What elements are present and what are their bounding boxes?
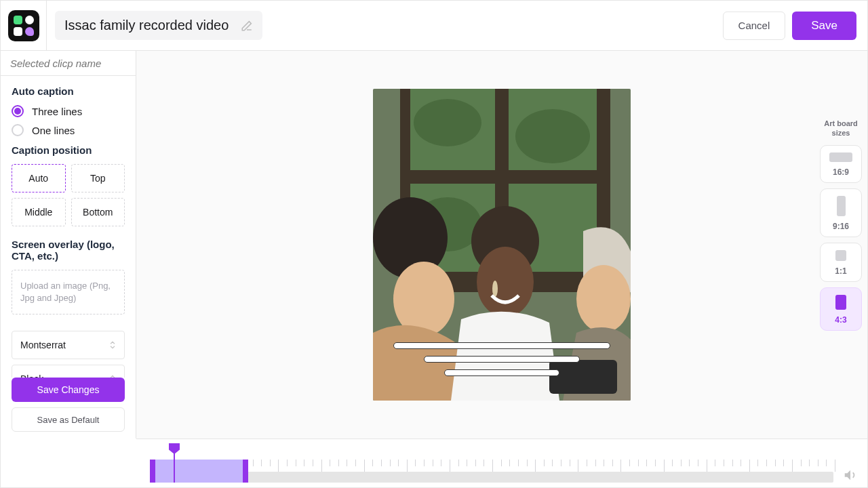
pencil-icon — [241, 20, 253, 32]
canvas-area: Art board sizes 16:9 9:16 1:1 4:3 — [136, 51, 867, 439]
clip-name-input[interactable] — [10, 58, 140, 69]
video-preview[interactable] — [373, 89, 631, 401]
save-default-button[interactable]: Save as Default — [12, 407, 125, 432]
save-changes-button[interactable]: Save Changes — [12, 378, 125, 402]
position-auto[interactable]: Auto — [12, 164, 66, 192]
svg-point-13 — [393, 262, 454, 336]
artboard-sizes: Art board sizes 16:9 9:16 1:1 4:3 — [814, 119, 867, 336]
topbar: Issac family recorded video Cancel Save — [1, 1, 867, 51]
sidebar-header — [1, 51, 136, 76]
artboard-4-3[interactable]: 4:3 — [820, 287, 862, 331]
app-logo[interactable] — [1, 1, 47, 51]
project-title: Issac family recorded video — [64, 18, 229, 33]
position-bottom[interactable]: Bottom — [71, 198, 125, 226]
svg-point-9 — [414, 99, 481, 146]
position-middle[interactable]: Middle — [12, 198, 66, 226]
project-title-field[interactable]: Issac family recorded video — [55, 11, 262, 40]
svg-point-16 — [492, 281, 498, 297]
playhead[interactable] — [169, 443, 180, 481]
clip-handle-left[interactable] — [150, 460, 155, 483]
sidebar: Auto caption Three lines One lines Capti… — [1, 51, 136, 439]
timeline-track[interactable] — [150, 472, 833, 483]
svg-point-17 — [576, 265, 631, 333]
timeline[interactable] — [136, 439, 867, 487]
chevron-up-down-icon — [108, 373, 117, 378]
caption-position-heading: Caption position — [12, 144, 125, 156]
svg-point-15 — [477, 247, 534, 317]
chevron-up-down-icon — [108, 339, 117, 351]
save-button[interactable]: Save — [792, 12, 856, 40]
volume-icon[interactable] — [843, 468, 858, 483]
radio-one-line[interactable]: One lines — [12, 124, 125, 136]
artboard-9-16[interactable]: 9:16 — [820, 188, 862, 237]
position-top[interactable]: Top — [71, 164, 125, 192]
svg-point-10 — [515, 109, 590, 163]
caption-preview — [393, 342, 610, 376]
font-select[interactable]: Montserrat — [12, 331, 125, 359]
clip-handle-right[interactable] — [243, 460, 248, 483]
cancel-button[interactable]: Cancel — [723, 12, 786, 40]
overlay-upload[interactable]: Upload an image (Png, Jpg and Jpeg) — [12, 270, 125, 314]
radio-three-lines[interactable]: Three lines — [12, 105, 125, 117]
auto-caption-heading: Auto caption — [12, 85, 125, 97]
timeline-clip[interactable] — [150, 460, 248, 483]
artboard-1-1[interactable]: 1:1 — [820, 243, 862, 282]
overlay-heading: Screen overlay (logo, CTA, etc.) — [12, 239, 125, 262]
artboard-16-9[interactable]: 16:9 — [820, 145, 862, 183]
color-select[interactable]: Black — [12, 365, 125, 378]
artboard-heading: Art board sizes — [814, 119, 867, 138]
